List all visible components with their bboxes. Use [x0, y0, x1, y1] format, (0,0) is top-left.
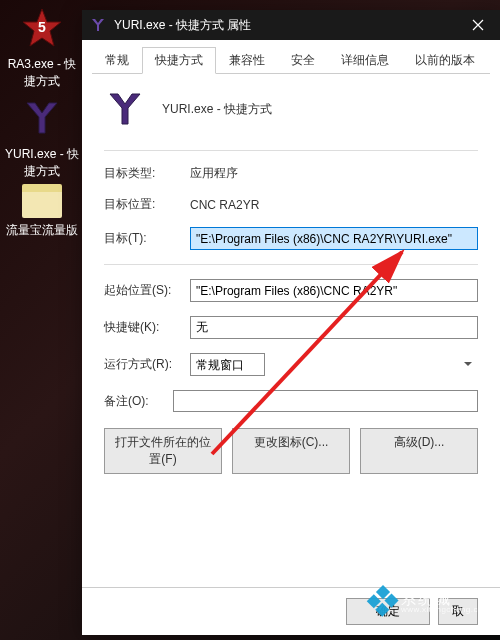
run-select[interactable]: 常规窗口 — [190, 353, 265, 376]
watermark: 系统城 www.xitongcheng.com — [371, 590, 490, 614]
folder-icon — [22, 184, 62, 218]
watermark-brand: 系统城 — [401, 591, 490, 606]
change-icon-button[interactable]: 更改图标(C)... — [232, 428, 350, 474]
startin-input[interactable] — [190, 279, 478, 302]
desktop-icon-label: YURI.exe - 快捷方式 — [4, 146, 80, 180]
tab-previous[interactable]: 以前的版本 — [402, 47, 488, 74]
target-input[interactable] — [190, 227, 478, 250]
tab-details[interactable]: 详细信息 — [328, 47, 402, 74]
startin-label: 起始位置(S): — [104, 282, 190, 299]
desktop-icon-label: RA3.exe - 快捷方式 — [4, 56, 80, 90]
desktop-icon-label: 流量宝流量版 — [4, 222, 80, 239]
watermark-url: www.xitongcheng.com — [401, 606, 490, 614]
tab-shortcut[interactable]: 快捷方式 — [142, 47, 216, 74]
svg-text:5: 5 — [38, 19, 46, 35]
target-type-label: 目标类型: — [104, 165, 190, 182]
titlebar[interactable]: YURI.exe - 快捷方式 属性 — [82, 10, 500, 40]
target-loc-label: 目标位置: — [104, 196, 190, 213]
window-title: YURI.exe - 快捷方式 属性 — [114, 17, 455, 34]
yuri-shortcut-icon — [18, 94, 66, 142]
comment-input[interactable] — [173, 390, 478, 412]
window-app-icon — [90, 17, 106, 33]
close-icon — [472, 19, 484, 31]
desktop-icon-ra3[interactable]: 5 RA3.exe - 快捷方式 — [4, 4, 80, 90]
hotkey-label: 快捷键(K): — [104, 319, 190, 336]
tab-strip: 常规 快捷方式 兼容性 安全 详细信息 以前的版本 — [92, 46, 490, 74]
ra3-shortcut-icon: 5 — [18, 4, 66, 52]
hotkey-input[interactable] — [190, 316, 478, 339]
close-button[interactable] — [455, 10, 500, 40]
watermark-logo-icon — [366, 585, 400, 619]
app-large-icon — [104, 88, 146, 130]
properties-window: YURI.exe - 快捷方式 属性 常规 快捷方式 兼容性 安全 详细信息 以… — [82, 10, 500, 635]
desktop-icon-folder[interactable]: 流量宝流量版 — [4, 184, 80, 239]
target-label: 目标(T): — [104, 230, 190, 247]
run-label: 运行方式(R): — [104, 356, 190, 373]
target-type-value: 应用程序 — [190, 165, 478, 182]
open-location-button[interactable]: 打开文件所在的位置(F) — [104, 428, 222, 474]
app-name: YURI.exe - 快捷方式 — [162, 101, 272, 118]
target-loc-value: CNC RA2YR — [190, 198, 478, 212]
tab-content: YURI.exe - 快捷方式 目标类型: 应用程序 目标位置: CNC RA2… — [82, 74, 500, 587]
tab-security[interactable]: 安全 — [278, 47, 328, 74]
tab-compatibility[interactable]: 兼容性 — [216, 47, 278, 74]
desktop-icon-yuri[interactable]: YURI.exe - 快捷方式 — [4, 94, 80, 180]
advanced-button[interactable]: 高级(D)... — [360, 428, 478, 474]
tab-general[interactable]: 常规 — [92, 47, 142, 74]
comment-label: 备注(O): — [104, 393, 173, 410]
